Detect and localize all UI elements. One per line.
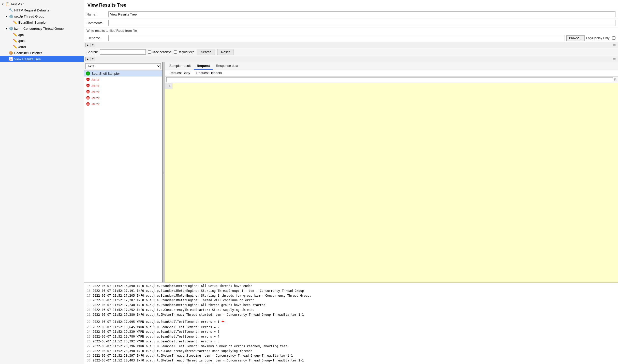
- sidebar-item-setup-thread-group[interactable]: ▼⚙️setUp Thread Group: [0, 13, 84, 19]
- result-item-error1-1[interactable]: ✕/error: [84, 77, 162, 83]
- log-line-22: 222022-05-07 11:52:17,995 WARN o.a.j.u.B…: [85, 317, 616, 325]
- icon-beanshell-sampler: ✏️: [13, 20, 17, 25]
- label-view-results-tree: View Results Tree: [14, 57, 41, 61]
- label-beanshell-listener: BeanShell Listener: [14, 51, 42, 55]
- filter-row: Fi: [165, 77, 618, 83]
- tab-sampler-result[interactable]: Sampler result: [166, 62, 194, 70]
- main-panel: View Results Tree Name: Comments: Write …: [84, 0, 618, 364]
- error-icon-4: ✕: [86, 96, 90, 100]
- label-setup-thread-group: setUp Thread Group: [14, 14, 44, 18]
- search-row: Search: Case sensitive Regular exp. Sear…: [84, 48, 618, 56]
- name-input[interactable]: [108, 11, 615, 17]
- results-list: ✓BeanShell Sampler✕/error✕/error✕/error✕…: [84, 70, 162, 282]
- label-http-request-defaults: HTTP Request Defaults: [14, 8, 49, 12]
- sub-tab-request-headers[interactable]: Request Headers: [193, 70, 225, 76]
- log-line-text-27: 2022-05-07 11:52:20,396 WARN o.a.j.u.Bea…: [93, 344, 289, 348]
- log-line-num-19: 19: [85, 303, 91, 307]
- log-line-num-29: 29: [85, 354, 91, 358]
- scroll-down-btn[interactable]: ▼: [91, 43, 95, 47]
- filename-label: Filename: [86, 36, 107, 40]
- log-line-28: 282022-05-07 11:52:20,398 INFO c.b.j.t.c…: [85, 349, 616, 354]
- log-line-num-22: 22: [85, 320, 91, 324]
- sidebar-item-get[interactable]: ✏️/get: [0, 32, 84, 38]
- arrow-setup-thread-group: ▼: [5, 15, 9, 18]
- write-results-label: Write results to file / Read from file: [84, 27, 618, 34]
- dots-menu-2[interactable]: •••: [613, 57, 616, 61]
- log-line-31: 312022-05-07 11:52:20,403 INFO o.a.j.t.J…: [85, 363, 616, 364]
- label-bzm-concurrency: bzm - Concurrency Thread Group: [14, 27, 64, 31]
- sidebar-item-post[interactable]: ✏️/post: [0, 38, 84, 44]
- log-line-text-26: 2022-05-07 11:52:20,392 WARN o.a.j.u.Bea…: [93, 340, 219, 343]
- label-test-plan: Test Plan: [11, 2, 24, 6]
- sub-tabs: Request Body Request Headers: [165, 70, 618, 77]
- result-item-error5-5[interactable]: ✕/error: [84, 101, 162, 107]
- comments-input[interactable]: [108, 20, 615, 26]
- result-label-1: /error: [92, 78, 99, 82]
- search-button[interactable]: Search: [197, 49, 215, 55]
- svg-text:✕: ✕: [87, 79, 89, 81]
- log-line-text-30: 2022-05-07 11:52:20,403 INFO o.a.j.t.JMe…: [93, 359, 304, 362]
- icon-beanshell-listener: 🎨: [9, 51, 13, 55]
- filename-input[interactable]: [108, 35, 565, 41]
- scroll-up-btn-2[interactable]: ▲: [85, 57, 90, 61]
- sidebar-item-beanshell-sampler[interactable]: ✏️BeanShell Sampler: [0, 19, 84, 25]
- filter-input[interactable]: [166, 77, 613, 82]
- vertical-divider[interactable]: ⋮: [163, 62, 165, 282]
- result-item-error2-2[interactable]: ✕/error: [84, 83, 162, 89]
- icon-view-results-tree: 📈: [9, 57, 13, 61]
- sidebar-item-test-plan[interactable]: ▼📋Test Plan: [0, 1, 84, 7]
- regular-exp-checkbox[interactable]: [174, 50, 177, 54]
- log-line-num-30: 30: [85, 358, 91, 363]
- sub-tab-request-body[interactable]: Request Body: [166, 70, 193, 76]
- result-label-2: /error: [92, 84, 99, 88]
- log-line-num-20: 20: [85, 308, 91, 312]
- comments-row: Comments:: [84, 19, 618, 27]
- sidebar-item-bzm-concurrency[interactable]: ▼⚙️bzm - Concurrency Thread Group: [0, 25, 84, 32]
- scroll-up-btn[interactable]: ▲: [85, 43, 90, 47]
- result-label-3: /error: [92, 90, 99, 94]
- scroll-down-btn-2[interactable]: ▼: [91, 57, 95, 61]
- scroll-toolbar-1: ▲ ▼ •••: [84, 42, 618, 48]
- log-line-num-18: 18: [85, 298, 91, 302]
- log-line-text-29: 2022-05-07 11:52:20,397 INFO o.a.j.t.JMe…: [93, 354, 293, 357]
- reset-button[interactable]: Reset: [217, 49, 233, 55]
- log-line-17: 172022-05-07 11:52:17,205 INFO o.a.j.e.S…: [85, 293, 616, 298]
- arrow-annotation: ←: [222, 318, 225, 324]
- log-line-text-21: 2022-05-07 11:52:17,280 INFO o.a.j.t.JMe…: [93, 313, 304, 316]
- tab-response-data[interactable]: Response data: [213, 62, 241, 70]
- sidebar-item-error[interactable]: ✏️/error: [0, 44, 84, 50]
- request-body-content: [172, 83, 618, 89]
- log-display-checkbox[interactable]: [612, 36, 615, 40]
- log-line-num-15: 15: [85, 284, 91, 288]
- log-line-text-17: 2022-05-07 11:52:17,205 INFO o.a.j.e.Sta…: [93, 294, 311, 297]
- search-input[interactable]: [100, 49, 146, 55]
- dots-menu-1[interactable]: •••: [613, 43, 616, 47]
- success-icon-0: ✓: [86, 71, 90, 75]
- error-icon-3: ✕: [86, 90, 90, 94]
- label-post: /post: [18, 39, 25, 43]
- sidebar-item-beanshell-listener[interactable]: 🎨BeanShell Listener: [0, 50, 84, 56]
- log-line-text-19: 2022-05-07 11:52:17,248 INFO o.a.j.e.Sta…: [93, 303, 265, 307]
- text-dropdown[interactable]: TextRegExp TesterCSS/JQuery TesterXPath …: [85, 63, 161, 69]
- result-item-error3-3[interactable]: ✕/error: [84, 89, 162, 95]
- result-item-beanshell-sampler-0[interactable]: ✓BeanShell Sampler: [84, 70, 162, 77]
- log-line-19: 192022-05-07 11:52:17,248 INFO o.a.j.e.S…: [85, 303, 616, 308]
- regular-exp-label: Regular exp.: [174, 50, 195, 54]
- sidebar-item-view-results-tree[interactable]: 📈View Results Tree: [0, 56, 84, 62]
- error-icon-1: ✕: [86, 78, 90, 82]
- log-line-num-17: 17: [85, 294, 91, 298]
- result-item-error4-4[interactable]: ✕/error: [84, 95, 162, 101]
- log-line-text-28: 2022-05-07 11:52:20,398 INFO c.b.j.t.c.C…: [93, 349, 253, 353]
- main-tabs: Sampler result Request Response data: [165, 62, 618, 70]
- tab-request[interactable]: Request: [194, 62, 213, 70]
- svg-text:✕: ✕: [87, 85, 89, 87]
- label-get: /get: [18, 33, 24, 37]
- log-line-24: 242022-05-07 11:52:19,239 WARN o.a.j.u.B…: [85, 329, 616, 334]
- case-sensitive-checkbox[interactable]: [148, 50, 151, 54]
- result-label-5: /error: [92, 102, 99, 106]
- filename-row: Filename Browse... Log/Display Only:: [84, 34, 618, 42]
- browse-button[interactable]: Browse...: [566, 35, 585, 41]
- log-line-16: 162022-05-07 11:52:17,191 INFO o.a.j.e.S…: [85, 289, 616, 293]
- sidebar-item-http-request-defaults[interactable]: 🔧HTTP Request Defaults: [0, 7, 84, 13]
- top-panel: View Results Tree Name: Comments: Write …: [84, 0, 618, 62]
